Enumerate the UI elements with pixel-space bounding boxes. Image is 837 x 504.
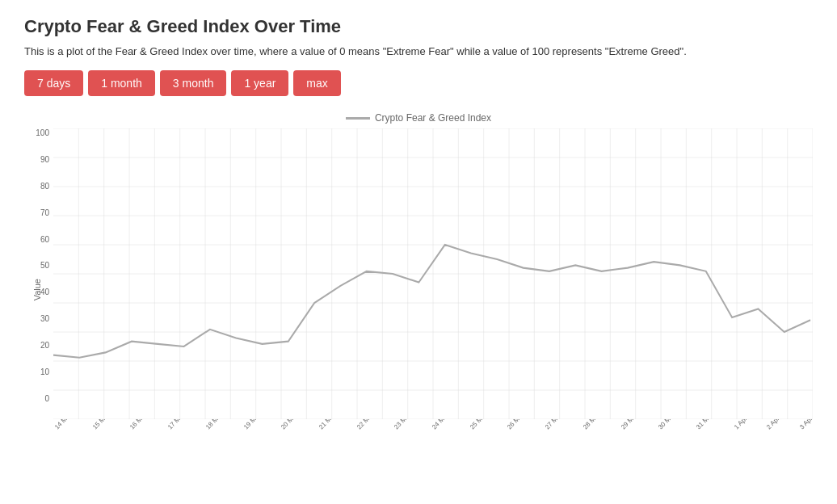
legend-label: Crypto Fear & Greed Index: [375, 112, 491, 124]
page-subtitle: This is a plot of the Fear & Greed Index…: [24, 45, 813, 57]
data-line: [53, 245, 810, 358]
btn-7days[interactable]: 7 days: [24, 70, 83, 96]
page-title: Crypto Fear & Greed Index Over Time: [24, 16, 813, 37]
chart-area: Crypto Fear & Greed Index Value 100 90 8…: [24, 112, 813, 452]
btn-3month[interactable]: 3 month: [160, 70, 227, 96]
btn-1year[interactable]: 1 year: [231, 70, 288, 96]
y-axis-labels: 100 90 80 70 60 50 40 30 20 10 0: [24, 128, 53, 403]
x-axis-labels: 14 Mar, 2022 15 Mar, 2022 16 Mar, 2022 1…: [53, 419, 813, 464]
chart-legend: Crypto Fear & Greed Index: [24, 112, 813, 124]
time-range-buttons: 7 days 1 month 3 month 1 year max: [24, 70, 813, 96]
legend-line-icon: [346, 117, 370, 120]
btn-1month[interactable]: 1 month: [88, 70, 155, 96]
btn-max[interactable]: max: [293, 70, 340, 96]
chart-svg-container: [53, 128, 813, 419]
chart-svg: [53, 128, 813, 419]
